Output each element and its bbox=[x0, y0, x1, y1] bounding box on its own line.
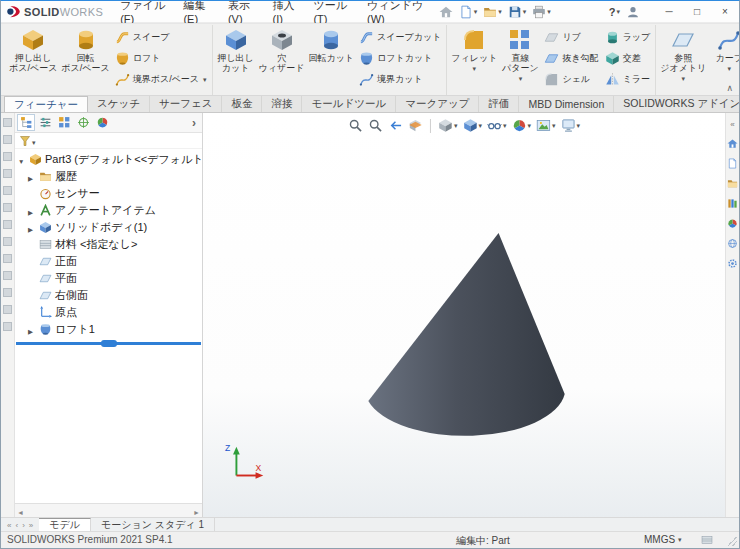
linear-pattern-dropdown-icon[interactable] bbox=[519, 73, 523, 83]
resize-grip[interactable] bbox=[727, 536, 737, 546]
zoom-fit-icon[interactable] bbox=[348, 118, 363, 133]
reference-geometry-dropdown-icon[interactable] bbox=[682, 73, 686, 83]
close-button[interactable]: × bbox=[711, 1, 739, 22]
extrude-cut-button[interactable]: 押し出し カット bbox=[215, 26, 257, 75]
expand-arrow-icon[interactable] bbox=[28, 324, 36, 336]
loft-cut-button[interactable]: ロフトカット bbox=[356, 48, 444, 69]
tab-dimxpertmanager[interactable] bbox=[74, 114, 92, 131]
open-button[interactable] bbox=[480, 3, 505, 21]
scroll-left-icon[interactable] bbox=[17, 505, 24, 517]
unit-system-dropdown[interactable]: MMGS bbox=[644, 534, 682, 545]
custom-properties-icon[interactable] bbox=[727, 238, 738, 249]
dock-toolbar-icon[interactable] bbox=[3, 118, 12, 127]
scroll-first-icon[interactable] bbox=[7, 519, 11, 530]
tree-item-front-plane[interactable]: 正面 bbox=[15, 253, 202, 270]
maximize-button[interactable]: □ bbox=[683, 1, 711, 22]
tab-markup[interactable]: マークアップ bbox=[396, 96, 479, 112]
dock-toolbar-icon[interactable] bbox=[3, 220, 12, 229]
revolve-cut-button[interactable]: 回転カット bbox=[306, 26, 356, 75]
expand-arrow-icon[interactable] bbox=[28, 171, 36, 183]
apply-scene-icon[interactable] bbox=[536, 118, 556, 133]
tab-mold-tools[interactable]: モールドツール bbox=[302, 96, 396, 112]
tab-solidworks-addins[interactable]: SOLIDWORKS アドイン bbox=[614, 96, 740, 112]
rollback-bar[interactable] bbox=[16, 342, 201, 345]
tab-surfaces[interactable]: サーフェス bbox=[150, 96, 222, 112]
shell-button[interactable]: シェル bbox=[541, 69, 601, 90]
tree-item-top-plane[interactable]: 平面 bbox=[15, 270, 202, 287]
tab-weldments[interactable]: 溶接 bbox=[262, 96, 302, 112]
collapse-arrow-icon[interactable] bbox=[18, 154, 26, 166]
tree-item-annotations[interactable]: アノテートアイテム bbox=[15, 202, 202, 219]
boundary-boss-button[interactable]: 境界ボス/ベース bbox=[112, 69, 210, 90]
sweep-button[interactable]: スイープ bbox=[112, 27, 210, 48]
tab-features[interactable]: フィーチャー bbox=[4, 96, 88, 112]
tab-model[interactable]: モデル bbox=[39, 518, 91, 531]
file-explorer-icon[interactable] bbox=[727, 198, 738, 209]
reference-geometry-button[interactable]: 参照 ジオメトリ bbox=[658, 26, 708, 85]
dock-toolbar-icon[interactable] bbox=[3, 186, 12, 195]
intersect-button[interactable]: 交差 bbox=[602, 48, 654, 69]
graphics-area[interactable]: Z X bbox=[203, 113, 725, 517]
dock-toolbar-icon[interactable] bbox=[3, 152, 12, 161]
filter-icon[interactable] bbox=[19, 135, 31, 147]
cone-model[interactable] bbox=[203, 113, 725, 517]
fillet-button[interactable]: フィレット bbox=[449, 26, 499, 75]
dock-toolbar-icon[interactable] bbox=[3, 254, 12, 263]
edit-appearance-icon[interactable] bbox=[512, 118, 532, 133]
boundary-cut-button[interactable]: 境界カット bbox=[356, 69, 444, 90]
tree-hscrollbar[interactable] bbox=[15, 503, 202, 517]
tree-item-history[interactable]: 履歴 bbox=[15, 168, 202, 185]
new-document-button[interactable] bbox=[456, 3, 481, 21]
collapse-ribbon-icon[interactable]: ∧ bbox=[726, 83, 733, 93]
dock-toolbar-icon[interactable] bbox=[3, 169, 12, 178]
tree-item-loft1[interactable]: ロフト1 bbox=[15, 321, 202, 338]
view-settings-icon[interactable] bbox=[561, 118, 581, 133]
tab-featuremanager[interactable] bbox=[17, 114, 35, 131]
draft-button[interactable]: 抜き勾配 bbox=[541, 48, 601, 69]
hole-wizard-button[interactable]: 穴 ウィザード bbox=[257, 26, 307, 75]
extrude-boss-button[interactable]: 押し出し ボス/ベース bbox=[7, 26, 59, 75]
tree-item-part3[interactable]: Part3 (デフォルト<<デフォルト>_表示状態 1> bbox=[15, 151, 202, 168]
display-style-icon[interactable] bbox=[462, 118, 482, 133]
expand-arrow-icon[interactable] bbox=[28, 205, 36, 217]
hide-show-items-icon[interactable] bbox=[487, 118, 507, 133]
dock-toolbar-icon[interactable] bbox=[3, 135, 12, 144]
dock-toolbar-icon[interactable] bbox=[3, 271, 12, 280]
design-library-icon[interactable] bbox=[727, 178, 738, 189]
scroll-last-icon[interactable] bbox=[29, 519, 33, 530]
solidworks-forum-icon[interactable] bbox=[727, 258, 738, 269]
solidworks-resources-icon[interactable] bbox=[727, 158, 738, 169]
curves-button[interactable]: カーブ bbox=[708, 26, 740, 75]
tab-displaymanager[interactable] bbox=[93, 114, 111, 131]
loft-button[interactable]: ロフト bbox=[112, 48, 210, 69]
dock-toolbar-icon[interactable] bbox=[3, 237, 12, 246]
mirror-button[interactable]: ミラー bbox=[602, 69, 654, 90]
help-button[interactable]: ? bbox=[606, 4, 623, 20]
tab-propertymanager[interactable] bbox=[36, 114, 54, 131]
tree-item-material[interactable]: 材料 <指定なし> bbox=[15, 236, 202, 253]
panel-tabs-overflow-icon[interactable] bbox=[192, 116, 200, 130]
previous-view-icon[interactable] bbox=[388, 118, 403, 133]
home-button[interactable] bbox=[436, 3, 456, 21]
zoom-area-icon[interactable] bbox=[368, 118, 383, 133]
save-button[interactable] bbox=[505, 3, 530, 21]
tree-item-sensors[interactable]: センサー bbox=[15, 185, 202, 202]
revolve-boss-button[interactable]: 回転 ボス/ベース bbox=[59, 26, 111, 75]
sweep-cut-button[interactable]: スイープカット bbox=[356, 27, 444, 48]
tab-configurationmanager[interactable] bbox=[55, 114, 73, 131]
linear-pattern-button[interactable]: 直線 パターン bbox=[499, 26, 541, 85]
tab-sketch[interactable]: スケッチ bbox=[88, 96, 150, 112]
view-orientation-icon[interactable] bbox=[438, 118, 458, 133]
print-button[interactable] bbox=[529, 3, 554, 21]
tab-motion-study-1[interactable]: モーション スタディ 1 bbox=[91, 518, 215, 531]
tree-item-solid-bodies[interactable]: ソリッドボディ(1) bbox=[15, 219, 202, 236]
tab-evaluate[interactable]: 評価 bbox=[479, 96, 519, 112]
account-button[interactable] bbox=[623, 3, 643, 21]
custom-properties-tab-icon[interactable] bbox=[701, 534, 713, 546]
expand-arrow-icon[interactable] bbox=[28, 222, 36, 234]
tab-sheet-metal[interactable]: 板金 bbox=[222, 96, 262, 112]
home-icon[interactable] bbox=[727, 138, 738, 149]
dock-toolbar-icon[interactable] bbox=[3, 288, 12, 297]
wrap-button[interactable]: ラップ bbox=[602, 27, 654, 48]
scroll-right-icon[interactable] bbox=[193, 505, 200, 517]
